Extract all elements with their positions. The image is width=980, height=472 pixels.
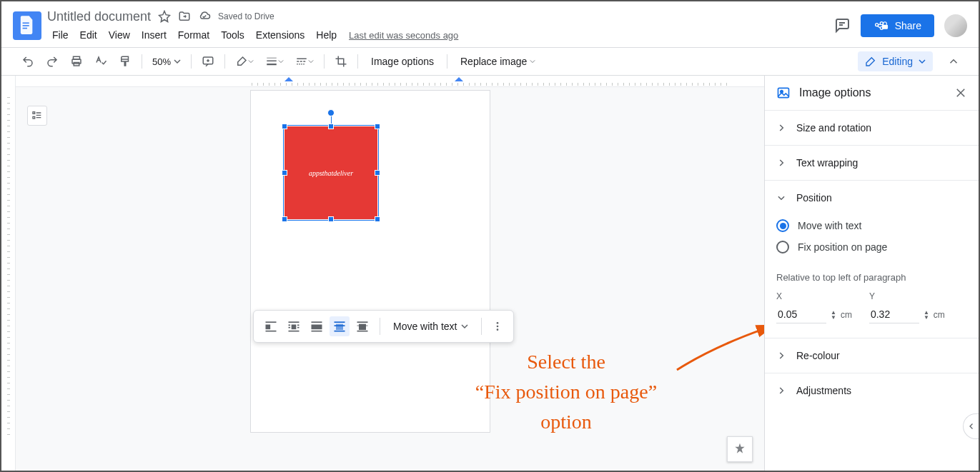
svg-rect-34 [312, 331, 322, 332]
svg-rect-41 [359, 324, 366, 330]
chevron-right-icon [776, 386, 786, 396]
section-size-rotation[interactable]: Size and rotation [765, 111, 979, 145]
saved-status: Saved to Drive [218, 11, 274, 21]
wrap-text-button[interactable] [284, 316, 304, 336]
wrap-behind-button[interactable] [330, 316, 350, 336]
document-canvas[interactable]: appsthatdeliver Move with text [1, 76, 764, 472]
resize-handle-tr[interactable] [375, 124, 380, 129]
resize-handle-bl[interactable] [282, 216, 287, 222]
svg-rect-2 [23, 28, 27, 29]
svg-rect-32 [312, 321, 322, 323]
explore-button[interactable] [727, 436, 753, 462]
svg-rect-11 [267, 64, 277, 65]
resize-handle-l[interactable] [282, 170, 287, 176]
svg-point-45 [497, 328, 499, 331]
svg-point-43 [497, 322, 499, 324]
collapse-toolbar-button[interactable] [944, 52, 963, 71]
radio-selected-icon [776, 219, 789, 232]
svg-rect-17 [299, 64, 300, 65]
menu-tools[interactable]: Tools [216, 28, 249, 42]
wrap-front-button[interactable] [352, 316, 372, 336]
x-label: X [776, 291, 852, 301]
svg-rect-36 [336, 324, 343, 330]
horizontal-ruler [16, 76, 764, 87]
menu-edit[interactable]: Edit [75, 28, 102, 42]
editing-mode-select[interactable]: Editing [858, 51, 933, 71]
border-dash-button[interactable] [291, 52, 318, 71]
menu-help[interactable]: Help [311, 28, 342, 42]
border-color-button[interactable] [231, 52, 258, 71]
resize-handle-tl[interactable] [282, 124, 287, 129]
account-avatar[interactable] [944, 14, 967, 37]
menu-view[interactable]: View [104, 28, 135, 42]
section-recolour[interactable]: Re-colour [765, 338, 979, 373]
svg-rect-15 [303, 61, 305, 62]
document-title[interactable]: Untitled document [47, 9, 151, 24]
border-weight-button[interactable] [261, 52, 288, 71]
svg-rect-23 [266, 325, 271, 330]
right-indent-marker[interactable] [455, 77, 463, 86]
add-comment-button[interactable] [197, 52, 219, 71]
svg-rect-26 [292, 325, 297, 330]
radio-fix-position[interactable]: Fix position on page [776, 236, 967, 258]
last-edit-link[interactable]: Last edit was seconds ago [349, 30, 458, 41]
image-options-sidebar: Image options Size and rotation Text wra… [764, 76, 979, 472]
crop-button[interactable] [330, 52, 352, 71]
section-adjustments[interactable]: Adjustments [765, 373, 979, 408]
resize-handle-t[interactable] [328, 124, 334, 129]
resize-handle-br[interactable] [375, 216, 380, 222]
star-icon[interactable] [158, 10, 171, 23]
image-icon [776, 86, 791, 100]
x-input[interactable] [776, 306, 826, 323]
x-unit: cm [841, 310, 852, 320]
image-floating-toolbar: Move with text [253, 310, 514, 343]
section-position[interactable]: Position [765, 181, 979, 215]
zoom-select[interactable]: 50% [148, 54, 185, 70]
section-text-wrapping[interactable]: Text wrapping [765, 146, 979, 180]
svg-rect-42 [357, 331, 368, 332]
wrap-break-button[interactable] [307, 316, 327, 336]
chevron-right-icon [776, 158, 786, 168]
redo-button[interactable] [41, 52, 63, 71]
side-panel-toggle[interactable] [963, 413, 979, 439]
more-options-button[interactable] [489, 318, 506, 335]
svg-rect-35 [335, 321, 345, 323]
radio-move-with-text[interactable]: Move with text [776, 215, 967, 236]
outline-toggle-button[interactable] [27, 106, 47, 126]
y-stepper[interactable]: ▲▼ [924, 310, 929, 320]
close-sidebar-button[interactable] [954, 86, 967, 99]
docs-logo[interactable] [13, 11, 41, 40]
resize-handle-r[interactable] [375, 170, 380, 176]
menu-file[interactable]: File [47, 28, 74, 42]
comment-history-icon[interactable] [833, 17, 851, 34]
svg-rect-46 [778, 88, 789, 97]
paint-format-button[interactable] [114, 52, 136, 71]
selected-image[interactable]: appsthatdeliver [284, 126, 377, 219]
svg-rect-4 [882, 25, 888, 29]
undo-button[interactable] [17, 52, 39, 71]
menu-extensions[interactable]: Extensions [251, 28, 310, 42]
menu-insert[interactable]: Insert [137, 28, 172, 42]
print-button[interactable] [66, 52, 87, 71]
left-indent-marker[interactable] [284, 77, 293, 86]
share-button[interactable]: Share [861, 14, 934, 37]
svg-rect-30 [297, 327, 300, 328]
relative-to-label: Relative to top left of paragraph [776, 272, 967, 283]
move-folder-icon[interactable] [178, 10, 191, 23]
spellcheck-button[interactable] [90, 52, 112, 71]
menu-format[interactable]: Format [173, 28, 214, 42]
y-input[interactable] [869, 306, 919, 323]
rotate-handle[interactable] [327, 109, 335, 116]
move-mode-select[interactable]: Move with text [387, 318, 474, 335]
chevron-right-icon [776, 123, 786, 133]
svg-rect-0 [23, 22, 29, 24]
wrap-inline-button[interactable] [261, 316, 281, 336]
svg-rect-24 [266, 331, 277, 332]
image-options-button[interactable]: Image options [364, 53, 441, 70]
resize-handle-b[interactable] [328, 216, 334, 222]
replace-image-button[interactable]: Replace image [453, 53, 543, 70]
toolbar: 50% Image options Replace image Editing [1, 47, 979, 76]
x-stepper[interactable]: ▲▼ [831, 310, 836, 320]
cloud-saved-icon[interactable] [198, 10, 211, 23]
y-unit: cm [934, 310, 945, 320]
